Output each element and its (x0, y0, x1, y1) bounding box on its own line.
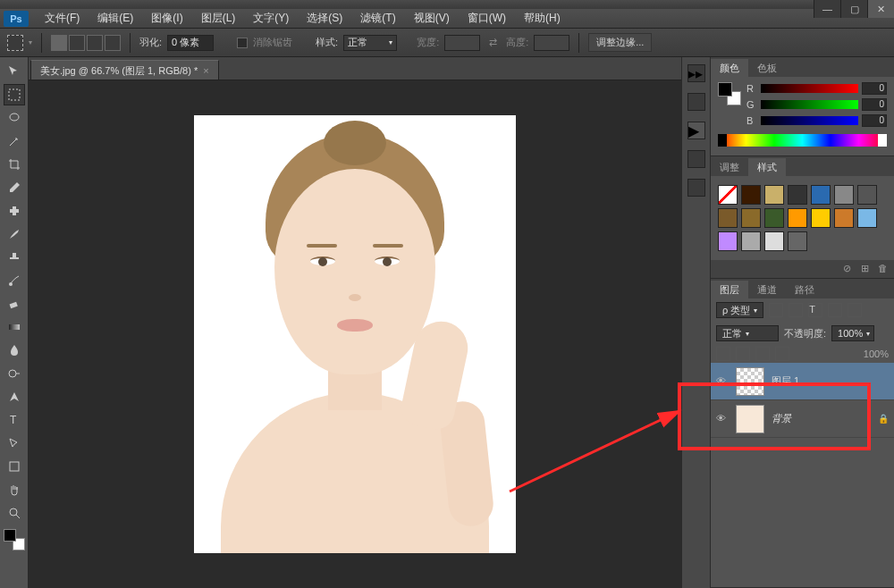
stamp-tool[interactable] (4, 247, 25, 268)
style-swatch[interactable] (741, 208, 761, 228)
color-swatch-tool[interactable] (4, 529, 25, 550)
maximize-button[interactable]: ▢ (840, 0, 867, 18)
filter-pixel-icon[interactable] (769, 303, 783, 317)
style-swatch[interactable] (834, 185, 854, 205)
layer-thumb[interactable] (736, 405, 764, 433)
lasso-tool[interactable] (4, 107, 25, 129)
menu-item[interactable]: 图像(I) (142, 11, 191, 26)
layer-thumb[interactable] (736, 367, 764, 396)
filter-smart-icon[interactable] (848, 303, 862, 317)
style-swatch[interactable] (741, 231, 761, 251)
menu-item[interactable]: 帮助(H) (515, 11, 569, 26)
shape-tool[interactable] (4, 456, 25, 477)
layer-filter-select[interactable]: ρ 类型▾ (716, 302, 763, 318)
brushes-dock-icon[interactable] (687, 150, 705, 168)
style-swatch[interactable] (718, 185, 738, 205)
style-swatch[interactable] (857, 208, 877, 228)
style-swatch[interactable] (764, 231, 784, 251)
style-swatch[interactable] (834, 208, 854, 228)
eyedropper-tool[interactable] (4, 177, 25, 198)
lock-pos-icon[interactable] (755, 347, 770, 361)
selection-new-icon[interactable] (51, 35, 67, 51)
history-brush-tool[interactable] (4, 270, 25, 291)
filter-shape-icon[interactable] (828, 303, 842, 317)
tab-swatches[interactable]: 色板 (748, 59, 786, 77)
color-fgbg-swatch[interactable] (718, 82, 741, 105)
crop-tool[interactable] (4, 154, 25, 175)
selection-intersect-icon[interactable] (105, 35, 121, 51)
opacity-input[interactable]: 100%▾ (831, 325, 874, 341)
document-tab[interactable]: 美女.jpg @ 66.7% (图层 1, RGB/8) * × (30, 60, 219, 80)
selection-add-icon[interactable] (69, 35, 85, 51)
dodge-tool[interactable] (4, 363, 25, 384)
properties-dock-icon[interactable]: ▶ (687, 122, 705, 139)
style-swatch[interactable] (788, 185, 807, 205)
tab-channels[interactable]: 通道 (748, 281, 786, 298)
close-button[interactable]: ✕ (867, 0, 894, 18)
spectrum-bar[interactable] (718, 134, 887, 147)
filter-type-icon[interactable]: T (808, 303, 822, 317)
path-select-tool[interactable] (4, 433, 25, 454)
blur-tool[interactable] (4, 340, 25, 361)
refine-edge-button[interactable]: 调整边缘... (588, 33, 652, 52)
style-select[interactable]: 正常▾ (343, 35, 397, 51)
style-swatch[interactable] (718, 208, 738, 228)
new-style-icon[interactable]: ⊞ (858, 263, 871, 275)
visibility-icon[interactable]: 👁 (716, 375, 729, 388)
tab-color[interactable]: 颜色 (711, 59, 748, 77)
close-tab-icon[interactable]: × (203, 61, 208, 80)
style-swatch[interactable] (764, 185, 784, 205)
wand-tool[interactable] (4, 130, 25, 152)
menu-item[interactable]: 文字(Y) (244, 11, 298, 26)
r-slider[interactable] (761, 84, 858, 93)
marquee-tool[interactable] (4, 84, 25, 105)
g-value[interactable]: 0 (862, 98, 887, 111)
antialias-checkbox[interactable] (237, 38, 248, 48)
style-swatch[interactable] (811, 185, 831, 205)
menu-item[interactable]: 窗口(W) (459, 11, 515, 26)
b-slider[interactable] (761, 116, 858, 125)
layer-name[interactable]: 背景 (772, 412, 791, 425)
b-value[interactable]: 0 (862, 114, 887, 127)
menu-item[interactable]: 视图(V) (405, 11, 459, 26)
style-swatch[interactable] (788, 208, 807, 228)
gradient-tool[interactable] (4, 316, 25, 338)
style-swatch[interactable] (788, 231, 807, 251)
tab-layers[interactable]: 图层 (711, 281, 748, 298)
visibility-icon[interactable]: 👁 (716, 413, 729, 425)
tab-styles[interactable]: 样式 (748, 158, 786, 176)
char-dock-icon[interactable] (687, 179, 705, 197)
menu-item[interactable]: 编辑(E) (89, 11, 142, 26)
feather-input[interactable] (167, 35, 214, 51)
filter-adjust-icon[interactable] (789, 303, 803, 317)
tool-preset-icon[interactable] (7, 35, 23, 51)
menu-item[interactable]: 选择(S) (298, 11, 351, 26)
lock-pixel-icon[interactable] (736, 347, 750, 361)
menu-item[interactable]: 滤镜(T) (351, 11, 404, 26)
brush-tool[interactable] (4, 223, 25, 245)
minimize-button[interactable]: — (814, 0, 840, 18)
r-value[interactable]: 0 (862, 82, 887, 95)
pen-tool[interactable] (4, 386, 25, 407)
layer-item-bg[interactable]: 👁 背景 🔒 (711, 400, 894, 438)
tab-paths[interactable]: 路径 (786, 281, 823, 298)
dock-icon-1[interactable]: ▸▸ (687, 64, 705, 82)
lock-trans-icon[interactable] (716, 347, 730, 361)
g-slider[interactable] (761, 100, 858, 109)
trash-icon[interactable]: 🗑 (876, 263, 889, 275)
clear-style-icon[interactable]: ⊘ (840, 263, 853, 275)
lock-all-icon[interactable] (775, 347, 789, 361)
style-swatch[interactable] (718, 231, 738, 251)
layer-name[interactable]: 图层 1 (772, 374, 799, 388)
canvas[interactable] (194, 115, 516, 553)
style-swatch[interactable] (741, 185, 761, 205)
type-tool[interactable]: T (4, 409, 25, 431)
selection-subtract-icon[interactable] (87, 35, 103, 51)
hand-tool[interactable] (4, 479, 25, 500)
zoom-tool[interactable] (4, 502, 25, 524)
tab-adjust[interactable]: 调整 (711, 158, 748, 176)
style-swatch[interactable] (764, 208, 784, 228)
history-dock-icon[interactable] (687, 93, 705, 111)
eraser-tool[interactable] (4, 293, 25, 315)
move-tool[interactable] (4, 61, 25, 82)
